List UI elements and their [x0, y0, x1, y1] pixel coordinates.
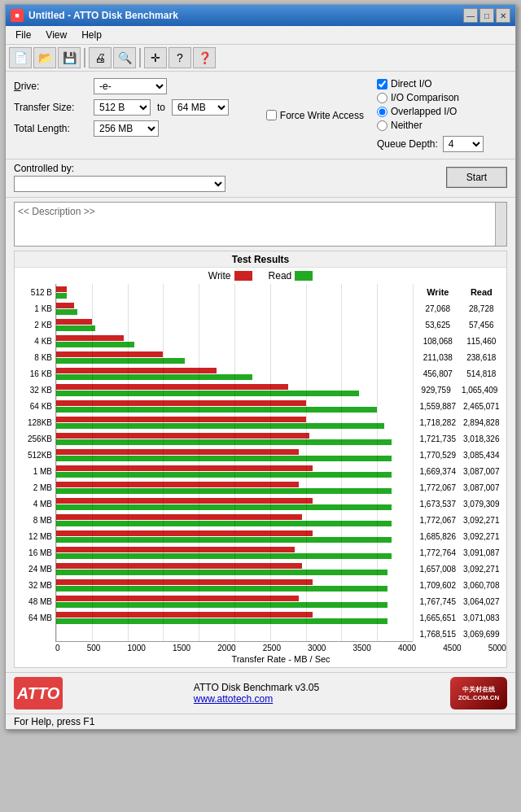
io-comparison-row: I/O Comparison [377, 92, 507, 103]
force-write-access-checkbox[interactable] [266, 110, 277, 120]
write-bar [56, 563, 302, 569]
chart-row-label: 512 B [15, 284, 55, 300]
write-value: 1,768,515 [420, 630, 457, 639]
read-bar [56, 293, 67, 299]
title-bar-left: ■ Untitled - ATTO Disk Benchmark [11, 9, 178, 22]
grid-line [306, 284, 307, 641]
website-link[interactable]: www.attotech.com [194, 693, 319, 705]
print-preview-button[interactable]: 🔍 [113, 47, 136, 68]
total-length-select[interactable]: 256 MB 128 MB 512 MB [94, 120, 159, 137]
read-col-header: Read [471, 287, 493, 297]
chart-row-label: 4 MB [15, 495, 55, 512]
grid-line [377, 284, 378, 641]
read-value: 3,069,699 [463, 630, 500, 639]
force-write-access-label: Force Write Access [280, 110, 364, 121]
transfer-size-from-select[interactable]: 512 B 1 KB 4 KB [94, 99, 151, 116]
value-row: 1,772,0673,092,271 [413, 512, 506, 528]
print-button[interactable]: 🖨 [89, 47, 112, 68]
chart-row-label: 16 KB [15, 365, 55, 382]
write-bar [56, 417, 306, 422]
controlled-by-label: Controlled by: [14, 163, 446, 174]
read-bar [56, 342, 134, 347]
drive-select[interactable]: -e- -c- -d- [94, 78, 167, 94]
write-bar [56, 351, 163, 357]
direct-io-checkbox[interactable] [377, 79, 387, 89]
write-value: 1,665,651 [420, 613, 457, 622]
description-scrollbar[interactable] [495, 203, 506, 246]
status-text: For Help, press F1 [14, 716, 94, 727]
read-bar [56, 586, 387, 592]
read-value: 3,092,271 [463, 532, 500, 541]
chart-row-label: 24 MB [15, 561, 55, 577]
write-bar [56, 286, 67, 292]
menu-view[interactable]: View [39, 28, 73, 42]
to-label: to [157, 102, 165, 113]
write-bar [56, 498, 313, 504]
read-value: 514,818 [466, 369, 496, 378]
xaxis-tick: 2500 [263, 644, 281, 653]
xaxis-tick: 1500 [173, 644, 190, 653]
io-comparison-label: I/O Comparison [391, 92, 459, 103]
force-write-access-row: Force Write Access [266, 110, 364, 121]
write-value: 27,068 [425, 304, 450, 313]
pointer-button[interactable]: ✛ [144, 47, 167, 68]
read-bar [56, 391, 359, 396]
read-value: 1,065,409 [462, 386, 498, 395]
value-row: 211,038238,618 [413, 349, 506, 365]
start-button[interactable]: Start [446, 167, 507, 188]
read-value: 3,092,271 [463, 516, 500, 525]
read-bar [56, 407, 377, 413]
grid-line [270, 284, 271, 641]
whats-this-button[interactable]: ❓ [193, 47, 216, 68]
chart-bars-area [55, 284, 413, 642]
save-button[interactable]: 💾 [58, 47, 81, 68]
chart-row-label: 2 KB [15, 317, 55, 333]
read-bar [56, 309, 77, 315]
chart-row-labels: 512 B1 KB2 KB4 KB8 KB16 KB32 KB64 KB128K… [15, 284, 55, 642]
read-bar [56, 325, 95, 331]
value-row: 1,718,2822,894,828 [413, 414, 506, 430]
drive-label: Drive: [14, 81, 87, 92]
neither-radio[interactable] [377, 120, 387, 131]
app-version: ATTO Disk Benchmark v3.05 [194, 682, 319, 693]
write-value: 456,807 [423, 369, 453, 378]
value-row: 1,772,7643,091,087 [413, 544, 506, 561]
queue-depth-select[interactable]: 4 1 2 8 [443, 136, 484, 152]
menu-help[interactable]: Help [75, 28, 108, 42]
write-value: 1,770,529 [420, 451, 457, 460]
write-bar [56, 400, 306, 406]
overlapped-io-radio[interactable] [377, 107, 387, 117]
chart-row-label: 16 MB [15, 544, 55, 561]
write-value: 1,718,282 [420, 418, 457, 427]
transfer-size-to-select[interactable]: 64 MB 32 MB 16 MB [172, 99, 229, 116]
close-button[interactable]: ✕ [496, 8, 510, 23]
write-col-header: Write [427, 287, 449, 297]
read-bar [56, 602, 387, 608]
controlled-by-dropdown[interactable] [14, 176, 225, 192]
toolbar-separator-2 [139, 48, 141, 68]
write-legend: Write [208, 270, 252, 282]
chart-row-label: 256KB [15, 430, 55, 447]
maximize-button[interactable]: □ [479, 8, 494, 23]
help-button[interactable]: ? [169, 47, 191, 68]
io-comparison-radio[interactable] [377, 93, 387, 103]
menu-file[interactable]: File [9, 28, 37, 42]
new-button[interactable]: 📄 [9, 47, 32, 68]
description-area: << Description >> [14, 202, 507, 247]
value-row: 1,685,8263,092,271 [413, 528, 506, 544]
chart-row-label: 32 MB [15, 577, 55, 593]
chart-row-label: 32 KB [15, 382, 55, 398]
drive-row: Drive: -e- -c- -d- [14, 78, 253, 94]
read-value: 3,018,326 [463, 434, 500, 443]
read-bar [56, 358, 185, 364]
atto-logo: ATTO [14, 677, 63, 709]
minimize-button[interactable]: — [463, 8, 478, 23]
open-button[interactable]: 📂 [33, 47, 56, 68]
chart-section: Test Results Write Read 512 B1 KB2 KB4 K… [14, 251, 507, 668]
total-length-row: Total Length: 256 MB 128 MB 512 MB [14, 120, 253, 137]
toolbar-separator-1 [84, 48, 85, 68]
chart-legend: Write Read [15, 268, 506, 284]
read-bar [56, 423, 384, 429]
middle-controls: Force Write Access [266, 78, 364, 152]
write-bar [56, 384, 288, 390]
